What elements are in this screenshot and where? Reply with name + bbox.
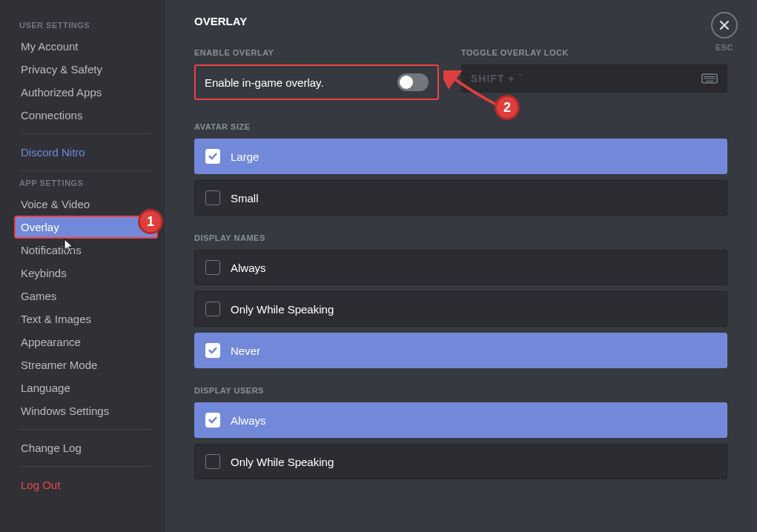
users-option-always[interactable]: Always [194, 402, 727, 438]
close-icon [718, 19, 730, 31]
sidebar-item-language[interactable]: Language [15, 377, 157, 399]
option-label: Always [231, 262, 266, 274]
avatar-option-small[interactable]: Small [194, 180, 727, 216]
option-label: Large [231, 150, 259, 163]
sidebar-item-games[interactable]: Games [15, 285, 157, 307]
option-label: Only While Speaking [231, 456, 334, 468]
option-label: Always [231, 414, 266, 427]
checkbox-icon [205, 413, 220, 428]
checkbox-icon [205, 302, 220, 316]
settings-sidebar: USER SETTINGS My Account Privacy & Safet… [0, 0, 165, 532]
enable-overlay-row: Enable in-game overlay. [194, 64, 439, 100]
names-option-never[interactable]: Never [194, 333, 727, 368]
sidebar-item-streamer-mode[interactable]: Streamer Mode [15, 354, 157, 376]
sidebar-item-privacy-safety[interactable]: Privacy & Safety [15, 59, 157, 80]
toggle-lock-value: SHIFT + ` [471, 73, 523, 84]
checkbox-icon [205, 190, 220, 205]
close-button[interactable] [711, 12, 738, 39]
checkbox-icon [205, 343, 220, 358]
avatar-size-header: AVATAR SIZE [194, 122, 727, 131]
sidebar-separator [21, 429, 151, 430]
sidebar-item-appearance[interactable]: Appearance [15, 331, 157, 353]
display-users-header: DISPLAY USERS [194, 386, 727, 395]
toggle-lock-header: TOGGLE OVERLAY LOCK [461, 48, 727, 57]
sidebar-item-keybinds[interactable]: Keybinds [15, 262, 157, 284]
sidebar-item-my-account[interactable]: My Account [15, 36, 157, 57]
sidebar-item-notifications[interactable]: Notifications [15, 239, 157, 261]
names-option-always[interactable]: Always [194, 250, 727, 285]
sidebar-item-change-log[interactable]: Change Log [15, 437, 157, 459]
close-esc-label: ESC [711, 43, 738, 52]
sidebar-item-connections[interactable]: Connections [15, 104, 157, 126]
checkbox-icon [205, 260, 220, 275]
page-title: OVERLAY [194, 15, 727, 27]
option-label: Small [231, 192, 259, 205]
sidebar-separator [21, 466, 151, 467]
sidebar-item-authorized-apps[interactable]: Authorized Apps [15, 82, 157, 103]
sidebar-separator [21, 133, 151, 134]
keyboard-icon [701, 73, 718, 84]
toggle-lock-keybind[interactable]: SHIFT + ` [461, 64, 727, 93]
names-option-speaking[interactable]: Only While Speaking [194, 291, 727, 327]
checkbox-icon [205, 454, 220, 469]
display-names-header: DISPLAY NAMES [194, 233, 727, 242]
main-content: ESC OVERLAY ENABLE OVERLAY Enable in-gam… [165, 0, 757, 532]
sidebar-item-windows-settings[interactable]: Windows Settings [15, 400, 157, 422]
users-option-speaking[interactable]: Only While Speaking [194, 444, 727, 479]
sidebar-item-text-images[interactable]: Text & Images [15, 308, 157, 330]
sidebar-item-nitro[interactable]: Discord Nitro [15, 142, 157, 163]
sidebar-separator [21, 170, 151, 171]
option-label: Never [231, 345, 260, 357]
sidebar-item-log-out[interactable]: Log Out [15, 474, 157, 496]
enable-overlay-label: Enable in-game overlay. [205, 76, 324, 89]
sidebar-item-overlay[interactable]: Overlay [15, 216, 157, 238]
sidebar-section-user: USER SETTINGS [19, 21, 157, 30]
close-panel: ESC [711, 12, 738, 52]
avatar-option-large[interactable]: Large [194, 139, 727, 174]
option-label: Only While Speaking [231, 303, 334, 316]
enable-overlay-header: ENABLE OVERLAY [194, 48, 439, 57]
sidebar-section-app: APP SETTINGS [19, 179, 157, 187]
enable-overlay-toggle[interactable] [397, 73, 429, 91]
sidebar-item-voice-video[interactable]: Voice & Video [15, 193, 157, 215]
checkbox-icon [205, 149, 220, 164]
